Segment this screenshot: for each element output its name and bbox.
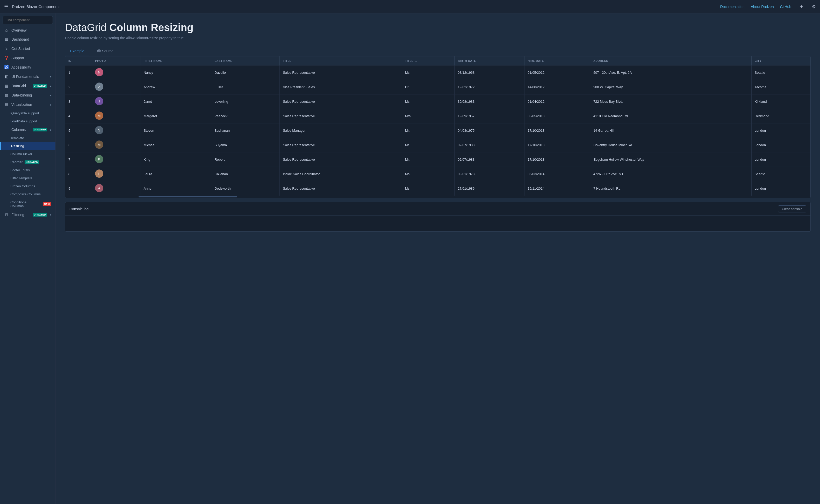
- cell-id: 2: [65, 80, 92, 94]
- sidebar-item-datagrid[interactable]: ▦ DataGrid UPDATED ▴: [0, 81, 55, 91]
- virtualization-icon: ▦: [4, 102, 9, 107]
- sidebar-item-label: Filtering: [11, 213, 30, 217]
- cell-address: 7 Houndstooth Rd.: [590, 181, 751, 196]
- avatar: S: [95, 126, 103, 134]
- about-link[interactable]: About Radzen: [751, 5, 774, 9]
- column-header-last-name: LAST NAME: [212, 56, 280, 65]
- resize-handle-city[interactable]: [809, 56, 810, 65]
- column-header-city: CITY: [751, 56, 810, 65]
- sidebar-item-filter-template[interactable]: Filter Template: [0, 174, 55, 182]
- datagrid: ID PHOTO FIRST NAME LAST NAME: [65, 56, 810, 196]
- cell-hire-date: 03/05/2013: [524, 109, 590, 123]
- sidebar-item-footer-totals[interactable]: Footer Totals: [0, 166, 55, 174]
- svg-text:M: M: [98, 114, 101, 118]
- cell-first-name: Andrew: [140, 80, 212, 94]
- github-link[interactable]: GitHub: [780, 5, 791, 9]
- cell-city: Tacoma: [751, 80, 810, 94]
- datagrid-icon: ▦: [4, 84, 9, 88]
- cell-photo: J: [92, 94, 140, 109]
- search-input[interactable]: [3, 16, 53, 24]
- cell-title: Inside Sales Coordinator: [280, 167, 402, 181]
- sidebar-item-ui-fundamentals[interactable]: ◧ UI Fundamentals ▾: [0, 72, 55, 81]
- horizontal-scrollbar[interactable]: [65, 196, 810, 198]
- column-header-address: ADDRESS: [590, 56, 751, 65]
- cell-last-name: Buchanan: [212, 123, 280, 138]
- sidebar-item-conditional-columns[interactable]: Conditional Columns NEW: [0, 198, 55, 210]
- cell-title-abbr: Ms.: [402, 181, 455, 196]
- sidebar-item-dashboard[interactable]: ▦ Dashboard: [0, 35, 55, 44]
- sidebar-item-column-picker[interactable]: Column Picker: [0, 150, 55, 158]
- sidebar-item-overview[interactable]: ⌂ Overview: [0, 26, 55, 35]
- clear-console-button[interactable]: Clear console: [778, 205, 807, 212]
- sidebar-item-frozen-columns[interactable]: Frozen Columns: [0, 182, 55, 190]
- resize-handle-id[interactable]: [91, 56, 92, 65]
- tab-edit-source[interactable]: Edit Source: [89, 46, 118, 56]
- tab-example[interactable]: Example: [65, 46, 89, 56]
- sidebar-item-label: Dashboard: [11, 37, 51, 41]
- sidebar-item-columns[interactable]: Columns UPDATED ▴: [0, 125, 55, 134]
- table-row: 4 M MargaretPeacockSales RepresentativeM…: [65, 109, 810, 123]
- documentation-link[interactable]: Documentation: [720, 5, 745, 9]
- cell-city: Seattle: [751, 65, 810, 80]
- avatar: N: [95, 68, 103, 76]
- sidebar-item-label: Template: [10, 136, 24, 140]
- resize-handle-photo[interactable]: [139, 56, 140, 65]
- cell-photo: N: [92, 65, 140, 80]
- sidebar-item-support[interactable]: ❓ Support: [0, 53, 55, 63]
- sidebar-item-template[interactable]: Template: [0, 134, 55, 142]
- sidebar-item-resizing[interactable]: Resizing: [0, 142, 55, 150]
- cell-address: 4110 Old Redmond Rd.: [590, 109, 751, 123]
- cell-birth-date: 08/12/1968: [455, 65, 524, 80]
- sidebar-item-get-started[interactable]: ▷ Get Started: [0, 44, 55, 53]
- cell-first-name: King: [140, 152, 212, 167]
- sidebar-item-filtering[interactable]: ⊟ Filtering UPDATED ▾: [0, 210, 55, 219]
- main-layout: ⌂ Overview ▦ Dashboard ▷ Get Started ❓ S…: [0, 13, 820, 504]
- console-body: [65, 216, 810, 231]
- svg-text:S: S: [98, 128, 100, 132]
- cell-hire-date: 17/10/2013: [524, 138, 590, 152]
- cell-last-name: Dodsworth: [212, 181, 280, 196]
- sidebar-item-composite-columns[interactable]: Composite Columns: [0, 190, 55, 198]
- resize-handle-first-name[interactable]: [210, 56, 211, 65]
- sidebar-item-virtualization[interactable]: ▦ Virtualization ▴: [0, 100, 55, 109]
- topnav-links: Documentation About Radzen GitHub ✦ ⚙: [720, 4, 816, 10]
- resize-handle-hire-date[interactable]: [589, 56, 590, 65]
- sidebar-item-label: IQueryable support: [10, 111, 39, 115]
- sidebar-item-accessibility[interactable]: ♿ Accessibility: [0, 63, 55, 72]
- cell-photo: S: [92, 123, 140, 138]
- cell-photo: M: [92, 109, 140, 123]
- cell-birth-date: 02/07/1983: [455, 138, 524, 152]
- menu-icon[interactable]: ☰: [4, 4, 8, 10]
- resize-handle-last-name[interactable]: [279, 56, 280, 65]
- cell-id: 4: [65, 109, 92, 123]
- resize-handle-title[interactable]: [401, 56, 402, 65]
- cell-birth-date: 19/09/1957: [455, 109, 524, 123]
- cell-hire-date: 17/10/2013: [524, 152, 590, 167]
- svg-text:A: A: [98, 186, 100, 190]
- cell-title: Sales Representative: [280, 65, 402, 80]
- sidebar-item-reorder[interactable]: Reorder UPDATED: [0, 158, 55, 166]
- svg-text:A: A: [98, 85, 100, 89]
- resize-handle-address[interactable]: [750, 56, 751, 65]
- cell-title-abbr: Ms.: [402, 65, 455, 80]
- table-row: 9 A AnneDodsworthSales RepresentativeMs.…: [65, 181, 810, 196]
- settings-icon[interactable]: ⚙: [812, 4, 816, 10]
- cell-title-abbr: Mr.: [402, 123, 455, 138]
- cell-hire-date: 05/03/2014: [524, 167, 590, 181]
- resize-handle-birth-date[interactable]: [523, 56, 524, 65]
- column-header-first-name: FIRST NAME: [140, 56, 212, 65]
- column-header-birth-date: BIRTH DATE: [455, 56, 524, 65]
- cell-first-name: Margaret: [140, 109, 212, 123]
- sidebar-item-iqueryable[interactable]: IQueryable support: [0, 109, 55, 117]
- resize-handle-title-abbr[interactable]: [453, 56, 454, 65]
- cell-hire-date: 14/08/2012: [524, 80, 590, 94]
- new-badge: NEW: [43, 202, 51, 206]
- theme-icon[interactable]: ✦: [800, 4, 803, 10]
- cell-title: Sales Manager: [280, 123, 402, 138]
- cell-first-name: Janet: [140, 94, 212, 109]
- filter-icon: ⊟: [4, 212, 9, 217]
- sidebar-item-loaddata[interactable]: LoadData support: [0, 117, 55, 125]
- cell-address: 14 Garrett Hill: [590, 123, 751, 138]
- sidebar-item-data-binding[interactable]: ▦ Data-binding ▾: [0, 91, 55, 100]
- column-header-photo: PHOTO: [92, 56, 140, 65]
